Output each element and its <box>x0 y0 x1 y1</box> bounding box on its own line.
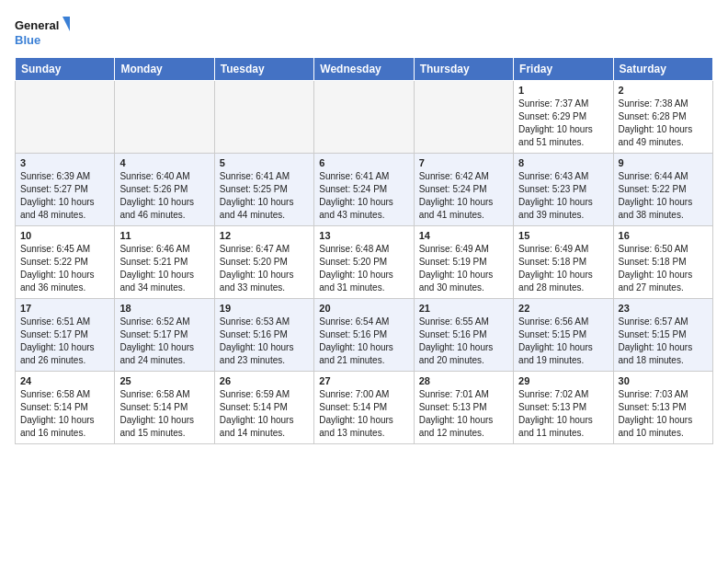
calendar-cell: 25Sunrise: 6:58 AM Sunset: 5:14 PM Dayli… <box>115 372 214 444</box>
svg-marker-2 <box>63 17 70 31</box>
day-info: Sunrise: 6:51 AM Sunset: 5:17 PM Dayligh… <box>20 316 109 367</box>
day-number: 15 <box>518 230 608 241</box>
week-row-4: 17Sunrise: 6:51 AM Sunset: 5:17 PM Dayli… <box>16 299 713 372</box>
weekday-wednesday: Wednesday <box>314 58 414 81</box>
calendar-cell: 16Sunrise: 6:50 AM Sunset: 5:18 PM Dayli… <box>613 226 712 299</box>
calendar-cell: 9Sunrise: 6:44 AM Sunset: 5:22 PM Daylig… <box>613 154 712 226</box>
day-number: 21 <box>419 303 508 314</box>
weekday-saturday: Saturday <box>613 58 712 81</box>
weekday-header-row: SundayMondayTuesdayWednesdayThursdayFrid… <box>16 58 713 81</box>
calendar-cell: 24Sunrise: 6:58 AM Sunset: 5:14 PM Dayli… <box>16 372 115 444</box>
day-info: Sunrise: 6:59 AM Sunset: 5:14 PM Dayligh… <box>220 388 309 440</box>
calendar-cell <box>414 81 513 154</box>
day-info: Sunrise: 7:03 AM Sunset: 5:13 PM Dayligh… <box>619 388 708 440</box>
calendar-cell: 7Sunrise: 6:42 AM Sunset: 5:24 PM Daylig… <box>414 154 513 226</box>
day-info: Sunrise: 7:38 AM Sunset: 6:28 PM Dayligh… <box>619 98 708 149</box>
day-number: 11 <box>119 230 209 241</box>
day-info: Sunrise: 6:56 AM Sunset: 5:15 PM Dayligh… <box>518 316 608 367</box>
calendar-cell: 29Sunrise: 7:02 AM Sunset: 5:13 PM Dayli… <box>514 372 613 444</box>
day-info: Sunrise: 7:00 AM Sunset: 5:14 PM Dayligh… <box>319 388 408 440</box>
day-number: 30 <box>619 375 708 386</box>
calendar-cell: 8Sunrise: 6:43 AM Sunset: 5:23 PM Daylig… <box>514 154 613 226</box>
calendar-cell: 26Sunrise: 6:59 AM Sunset: 5:14 PM Dayli… <box>214 372 313 444</box>
day-number: 13 <box>319 230 408 241</box>
calendar-cell: 2Sunrise: 7:38 AM Sunset: 6:28 PM Daylig… <box>613 81 712 154</box>
day-info: Sunrise: 6:49 AM Sunset: 5:19 PM Dayligh… <box>419 243 508 294</box>
calendar-cell: 5Sunrise: 6:41 AM Sunset: 5:25 PM Daylig… <box>214 154 313 226</box>
day-number: 20 <box>319 303 408 314</box>
calendar-cell: 15Sunrise: 6:49 AM Sunset: 5:18 PM Dayli… <box>514 226 613 299</box>
day-number: 24 <box>20 375 109 386</box>
day-info: Sunrise: 6:58 AM Sunset: 5:14 PM Dayligh… <box>20 388 109 440</box>
day-number: 1 <box>518 85 608 96</box>
day-info: Sunrise: 7:01 AM Sunset: 5:13 PM Dayligh… <box>419 388 508 440</box>
calendar-cell: 3Sunrise: 6:39 AM Sunset: 5:27 PM Daylig… <box>16 154 115 226</box>
day-number: 7 <box>419 157 508 168</box>
day-number: 9 <box>619 157 708 168</box>
calendar-cell <box>16 81 115 154</box>
weekday-monday: Monday <box>115 58 214 81</box>
calendar-cell: 4Sunrise: 6:40 AM Sunset: 5:26 PM Daylig… <box>115 154 214 226</box>
day-number: 2 <box>619 85 708 96</box>
calendar-cell: 17Sunrise: 6:51 AM Sunset: 5:17 PM Dayli… <box>16 299 115 372</box>
weekday-thursday: Thursday <box>414 58 513 81</box>
calendar-cell: 28Sunrise: 7:01 AM Sunset: 5:13 PM Dayli… <box>414 372 513 444</box>
calendar-cell: 6Sunrise: 6:41 AM Sunset: 5:24 PM Daylig… <box>314 154 414 226</box>
weekday-tuesday: Tuesday <box>214 58 313 81</box>
day-info: Sunrise: 6:49 AM Sunset: 5:18 PM Dayligh… <box>518 243 608 294</box>
calendar-cell <box>214 81 313 154</box>
day-info: Sunrise: 7:02 AM Sunset: 5:13 PM Dayligh… <box>518 388 608 440</box>
day-number: 16 <box>619 230 708 241</box>
calendar-cell: 18Sunrise: 6:52 AM Sunset: 5:17 PM Dayli… <box>115 299 214 372</box>
day-number: 10 <box>20 230 109 241</box>
day-info: Sunrise: 6:50 AM Sunset: 5:18 PM Dayligh… <box>619 243 708 294</box>
calendar-cell: 23Sunrise: 6:57 AM Sunset: 5:15 PM Dayli… <box>613 299 712 372</box>
weekday-sunday: Sunday <box>16 58 115 81</box>
header: General Blue <box>15 15 713 52</box>
day-info: Sunrise: 6:40 AM Sunset: 5:26 PM Dayligh… <box>119 170 209 222</box>
day-number: 17 <box>20 303 109 314</box>
day-info: Sunrise: 6:54 AM Sunset: 5:16 PM Dayligh… <box>319 316 408 367</box>
day-info: Sunrise: 6:43 AM Sunset: 5:23 PM Dayligh… <box>518 170 608 222</box>
week-row-5: 24Sunrise: 6:58 AM Sunset: 5:14 PM Dayli… <box>16 372 713 444</box>
day-number: 6 <box>319 157 408 168</box>
week-row-2: 3Sunrise: 6:39 AM Sunset: 5:27 PM Daylig… <box>16 154 713 226</box>
day-number: 8 <box>518 157 608 168</box>
day-info: Sunrise: 6:47 AM Sunset: 5:20 PM Dayligh… <box>220 243 309 294</box>
calendar-cell: 14Sunrise: 6:49 AM Sunset: 5:19 PM Dayli… <box>414 226 513 299</box>
day-number: 19 <box>220 303 309 314</box>
day-info: Sunrise: 6:53 AM Sunset: 5:16 PM Dayligh… <box>220 316 309 367</box>
calendar-cell: 27Sunrise: 7:00 AM Sunset: 5:14 PM Dayli… <box>314 372 414 444</box>
week-row-1: 1Sunrise: 7:37 AM Sunset: 6:29 PM Daylig… <box>16 81 713 154</box>
calendar-cell <box>314 81 414 154</box>
logo: General Blue <box>15 15 70 52</box>
calendar-cell: 30Sunrise: 7:03 AM Sunset: 5:13 PM Dayli… <box>613 372 712 444</box>
day-info: Sunrise: 6:55 AM Sunset: 5:16 PM Dayligh… <box>419 316 508 367</box>
day-info: Sunrise: 6:41 AM Sunset: 5:24 PM Dayligh… <box>319 170 408 222</box>
day-number: 18 <box>119 303 209 314</box>
day-info: Sunrise: 6:58 AM Sunset: 5:14 PM Dayligh… <box>119 388 209 440</box>
day-number: 3 <box>20 157 109 168</box>
calendar-cell <box>115 81 214 154</box>
day-info: Sunrise: 6:39 AM Sunset: 5:27 PM Dayligh… <box>20 170 109 222</box>
calendar-cell: 12Sunrise: 6:47 AM Sunset: 5:20 PM Dayli… <box>214 226 313 299</box>
day-number: 28 <box>419 375 508 386</box>
calendar-cell: 11Sunrise: 6:46 AM Sunset: 5:21 PM Dayli… <box>115 226 214 299</box>
day-info: Sunrise: 6:41 AM Sunset: 5:25 PM Dayligh… <box>220 170 309 222</box>
calendar-cell: 1Sunrise: 7:37 AM Sunset: 6:29 PM Daylig… <box>514 81 613 154</box>
calendar-cell: 21Sunrise: 6:55 AM Sunset: 5:16 PM Dayli… <box>414 299 513 372</box>
day-info: Sunrise: 6:42 AM Sunset: 5:24 PM Dayligh… <box>419 170 508 222</box>
day-number: 26 <box>220 375 309 386</box>
day-info: Sunrise: 6:44 AM Sunset: 5:22 PM Dayligh… <box>619 170 708 222</box>
day-number: 22 <box>518 303 608 314</box>
logo-svg: General Blue <box>15 15 70 52</box>
day-number: 5 <box>220 157 309 168</box>
day-info: Sunrise: 6:52 AM Sunset: 5:17 PM Dayligh… <box>119 316 209 367</box>
weekday-friday: Friday <box>514 58 613 81</box>
calendar-cell: 13Sunrise: 6:48 AM Sunset: 5:20 PM Dayli… <box>314 226 414 299</box>
calendar: SundayMondayTuesdayWednesdayThursdayFrid… <box>15 57 713 444</box>
calendar-cell: 22Sunrise: 6:56 AM Sunset: 5:15 PM Dayli… <box>514 299 613 372</box>
day-number: 29 <box>518 375 608 386</box>
day-info: Sunrise: 7:37 AM Sunset: 6:29 PM Dayligh… <box>518 98 608 149</box>
calendar-cell: 19Sunrise: 6:53 AM Sunset: 5:16 PM Dayli… <box>214 299 313 372</box>
